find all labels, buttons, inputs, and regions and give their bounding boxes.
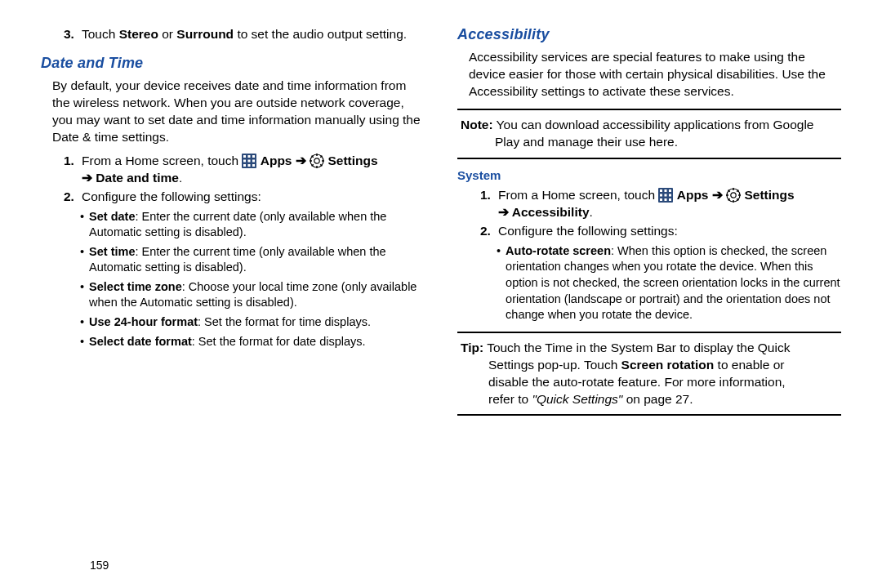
h: Select date format [89,335,192,348]
t: or [158,27,176,41]
t: From a Home screen, touch [82,154,242,167]
note-label: Note: [461,117,493,134]
h: Select time zone [89,280,182,293]
paragraph-accessibility: Accessibility services are special featu… [469,49,841,100]
t: on page 27. [622,392,693,406]
sys-step-1: 1. From a Home screen, touch Apps ➔ Sett… [480,187,841,221]
settings-label: Settings [744,188,794,202]
step-text: From a Home screen, touch Apps ➔ Setting… [82,153,425,187]
t: Touch [82,27,119,41]
h: Auto-rotate screen [506,244,611,257]
step-text: Configure the following settings: [498,223,841,240]
t: From a Home screen, touch [498,188,658,202]
apps-label: Apps [261,154,292,167]
t: Settings pop-up. Touch [488,358,621,372]
arrow-icon: ➔ [82,171,96,185]
bullet-select-time-zone: Select time zone: Choose your local time… [80,279,425,311]
note-line-1: Note: You can download accessibility app… [461,117,838,134]
tip-text: Touch the Time in the System Bar to disp… [487,340,838,357]
step-number: 2. [480,223,498,240]
accessibility-label: Accessibility [512,205,590,219]
apps-icon [242,153,256,170]
t: . [179,171,182,185]
t: : Set the format for date displays. [192,335,366,348]
screen-rotation-label: Screen rotation [621,358,715,372]
note-line-2: Play and manage their use here. [495,134,838,151]
arrow-icon: ➔ [498,205,512,219]
date-and-time-label: Date and time [96,171,179,185]
note-box: Note: You can download accessibility app… [457,109,841,159]
t: to enable or [714,358,784,372]
apps-label: Apps [677,188,709,202]
settings-label: Settings [327,154,377,167]
tip-line-1: Tip: Touch the Time in the System Bar to… [461,340,838,357]
surround-label: Surround [176,27,234,41]
settings-icon [726,187,741,204]
step-number: 1. [64,153,82,187]
step-text: Configure the following settings: [82,189,425,206]
settings-icon [310,153,324,170]
arrow-icon: ➔ [708,188,726,202]
dt-step-1: 1. From a Home screen, touch Apps ➔ Sett… [64,153,425,187]
t: to set the audio output setting. [234,27,407,41]
sys-step-2: 2. Configure the following settings: [480,223,841,240]
step-number: 3. [64,26,82,43]
step-text: Touch Stereo or Surround to set the audi… [82,26,425,43]
paragraph-date-and-time: By default, your device receives date an… [52,78,425,146]
heading-accessibility: Accessibility [457,24,841,44]
tip-line-2: Settings pop-up. Touch Screen rotation t… [488,357,838,374]
arrow-icon: ➔ [292,154,310,167]
t: refer to [488,392,532,406]
stereo-label: Stereo [119,27,158,41]
tip-label: Tip: [461,340,483,357]
h: Use 24-hour format [89,315,198,328]
dt-step-2: 2. Configure the following settings: [64,189,425,206]
h: Set time [89,245,135,258]
bullet-auto-rotate: Auto-rotate screen: When this option is … [497,243,841,323]
page-number: 159 [90,559,109,572]
manual-page: 3. Touch Stereo or Surround to set the a… [0,0,882,440]
bullet-use-24-hour: Use 24-hour format: Set the format for t… [80,314,425,331]
note-text: You can download accessibility applicati… [497,117,838,134]
quick-settings-ref: "Quick Settings" [532,392,622,406]
step-number: 1. [480,187,498,221]
tip-line-3: disable the auto-rotate feature. For mor… [488,374,838,391]
h: Set date [89,210,135,223]
tip-box: Tip: Touch the Time in the System Bar to… [457,332,841,416]
left-column: 3. Touch Stereo or Surround to set the a… [41,24,425,424]
bullet-select-date-format: Select date format: Set the format for d… [80,334,425,350]
right-column: Accessibility Accessibility services are… [457,24,841,424]
bullet-set-date: Set date: Enter the current date (only a… [80,209,425,241]
t: : Set the format for time displays. [198,315,371,328]
heading-date-and-time: Date and Time [41,53,425,73]
step-text: From a Home screen, touch Apps ➔ Setting… [498,187,841,221]
bullet-set-time: Set time: Enter the current time (only a… [80,244,425,276]
step-number: 2. [64,189,82,206]
apps-icon [658,187,673,204]
t: . [590,205,593,219]
tip-line-4: refer to "Quick Settings" on page 27. [488,391,838,408]
audio-step-3: 3. Touch Stereo or Surround to set the a… [64,26,425,43]
heading-system: System [457,167,841,184]
